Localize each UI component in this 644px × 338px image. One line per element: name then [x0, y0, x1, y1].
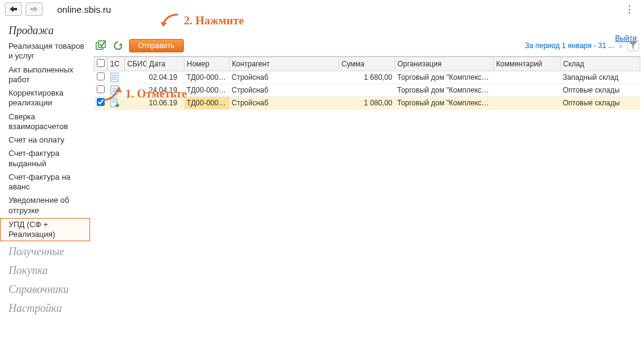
documents-grid: 1С СБИС Дата Номер Контрагент Сумма Орга…	[94, 56, 640, 110]
col-header-number[interactable]: Номер	[184, 57, 229, 71]
refresh-icon	[113, 41, 123, 51]
row-checkbox-cell[interactable]	[94, 84, 108, 97]
layout: Продажа Реализация товаров и услуг Акт в…	[0, 18, 644, 338]
document-icon	[110, 85, 122, 95]
funnel-icon	[629, 42, 637, 49]
topright-links: Выйти	[615, 34, 637, 43]
period-filter-link[interactable]: За период 1 января - 31 ...	[525, 41, 614, 50]
header-checkbox[interactable]	[97, 59, 105, 67]
row-sklad-cell: Западный склад	[561, 71, 640, 84]
col-header-sbis[interactable]: СБИС	[125, 57, 147, 71]
sidebar-section-received[interactable]: Полученные	[0, 242, 91, 261]
sidebar-section-settings[interactable]: Настройки	[0, 298, 91, 317]
col-header-checkbox[interactable]	[94, 57, 108, 71]
arrow-right-icon	[30, 6, 38, 12]
table-row[interactable]: 02.04.19ТД00-0000...Стройснаб1 680,00Тор…	[94, 71, 640, 84]
sidebar-section-purchase[interactable]: Покупка	[0, 261, 91, 280]
col-header-sklad[interactable]: Склад	[561, 57, 640, 71]
row-1c-cell	[108, 84, 125, 97]
row-checkbox[interactable]	[97, 98, 105, 106]
row-comment-cell	[494, 71, 561, 84]
table-row[interactable]: 10.06.19ТД00-0000...Стройснаб1 080,00Тор…	[94, 97, 640, 110]
row-kontragent-cell: Стройснаб	[229, 84, 339, 97]
col-header-kontragent[interactable]: Контрагент	[229, 57, 339, 71]
row-checkbox[interactable]	[97, 72, 105, 80]
exit-link[interactable]: Выйти	[615, 34, 637, 43]
send-button[interactable]: Отправить	[129, 39, 184, 52]
sidebar-item-upd[interactable]: УПД (СФ + Реализация)	[0, 218, 90, 242]
sidebar-section-refs[interactable]: Справочники	[0, 280, 91, 298]
row-sum-cell	[339, 84, 395, 97]
row-sbis-cell	[125, 97, 147, 110]
toolbar: Отправить За период 1 января - 31 ... ×	[94, 21, 640, 56]
row-date-cell: 10.06.19	[147, 97, 184, 110]
table-row[interactable]: 24.04.19ТД00-0000...СтройснабТорговый до…	[94, 84, 640, 97]
select-all-button[interactable]	[95, 40, 107, 52]
refresh-button[interactable]	[112, 40, 124, 52]
row-sum-cell: 1 680,00	[339, 71, 395, 84]
sidebar-item-reconciliation[interactable]: Сверка взаиморасчетов	[0, 110, 91, 134]
sidebar-item-act[interactable]: Акт выполненных работ	[0, 63, 91, 87]
sidebar-item-invoice[interactable]: Счет на оплату	[0, 133, 91, 147]
row-kontragent-cell: Стройснаб	[229, 97, 339, 110]
row-number-cell: ТД00-0000...	[184, 71, 229, 84]
document-icon	[110, 72, 122, 82]
row-checkbox[interactable]	[97, 85, 105, 93]
sidebar-item-sf-advance[interactable]: Счет-фактура на аванс	[0, 171, 91, 194]
sidebar-item-correction[interactable]: Корректировка реализации	[0, 86, 91, 110]
more-menu-icon[interactable]: ⋮	[620, 4, 639, 15]
row-number-cell: ТД00-0000...	[184, 84, 229, 97]
row-comment-cell	[494, 97, 561, 110]
row-date-cell: 24.04.19	[147, 84, 184, 97]
row-sbis-cell	[125, 84, 147, 97]
row-org-cell: Торговый дом "Комплексны...	[395, 97, 494, 110]
row-comment-cell	[494, 84, 561, 97]
row-number-cell: ТД00-0000...	[184, 97, 229, 110]
row-sbis-cell	[125, 71, 147, 84]
col-header-date[interactable]: Дата	[147, 57, 184, 71]
col-header-comment[interactable]: Комментарий	[494, 57, 561, 71]
row-sklad-cell: Оптовые склады	[561, 97, 640, 110]
row-date-cell: 02.04.19	[147, 71, 184, 84]
row-checkbox-cell[interactable]	[94, 97, 108, 110]
sidebar-item-sf-issued[interactable]: Счет-фактура выданный	[0, 147, 91, 171]
row-sklad-cell: Оптовые склады	[561, 84, 640, 97]
row-org-cell: Торговый дом "Комплексны...	[395, 84, 494, 97]
nav-forward-button[interactable]	[26, 2, 43, 16]
col-header-sum[interactable]: Сумма	[339, 57, 395, 71]
col-header-org[interactable]: Организация	[395, 57, 494, 71]
col-header-1c[interactable]: 1С	[108, 57, 125, 71]
nav-back-button[interactable]	[5, 2, 22, 16]
main: Выйти Отправить За период 1 января - 31 …	[91, 18, 644, 338]
sidebar-section-sale[interactable]: Продажа	[0, 21, 91, 40]
check-all-icon	[96, 40, 107, 51]
topbar: online.sbis.ru ⋮	[0, 0, 644, 18]
address-url: online.sbis.ru	[57, 4, 111, 15]
arrow-left-icon	[10, 6, 17, 12]
sidebar: Продажа Реализация товаров и услуг Акт в…	[0, 18, 91, 338]
row-1c-cell	[108, 71, 125, 84]
row-sum-cell: 1 080,00	[339, 97, 395, 110]
document-icon	[110, 98, 122, 108]
row-org-cell: Торговый дом "Комплексны...	[395, 71, 494, 84]
row-1c-cell	[108, 97, 125, 110]
row-checkbox-cell[interactable]	[94, 71, 108, 84]
sidebar-item-realization[interactable]: Реализация товаров и услуг	[0, 40, 91, 63]
sidebar-item-shipment-notice[interactable]: Уведомление об отгрузке	[0, 194, 91, 217]
row-kontragent-cell: Стройснаб	[229, 71, 339, 84]
grid-header-row: 1С СБИС Дата Номер Контрагент Сумма Орга…	[94, 57, 640, 71]
